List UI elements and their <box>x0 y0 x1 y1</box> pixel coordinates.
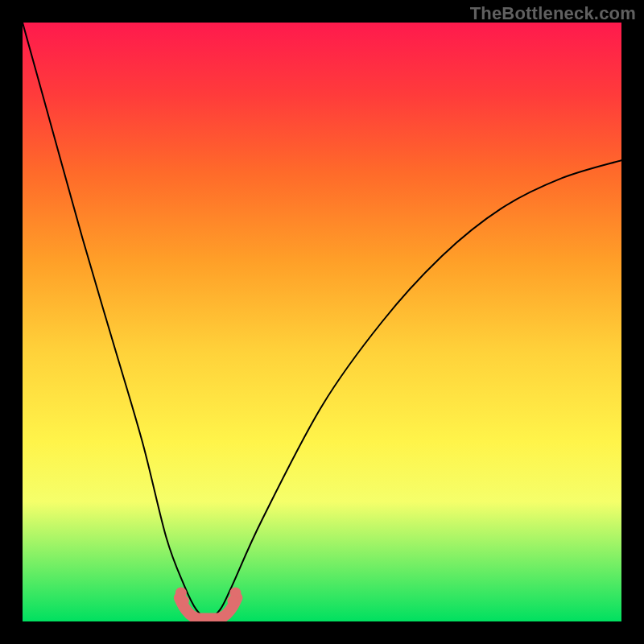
min-region-dot <box>178 596 189 607</box>
min-region-dots <box>175 588 242 607</box>
chart-frame: TheBottleneck.com <box>0 0 644 644</box>
bottleneck-curve <box>23 23 621 618</box>
curve-layer <box>23 23 621 621</box>
watermark-text: TheBottleneck.com <box>470 3 636 24</box>
plot-area <box>23 23 621 621</box>
min-region-dot <box>227 596 238 607</box>
